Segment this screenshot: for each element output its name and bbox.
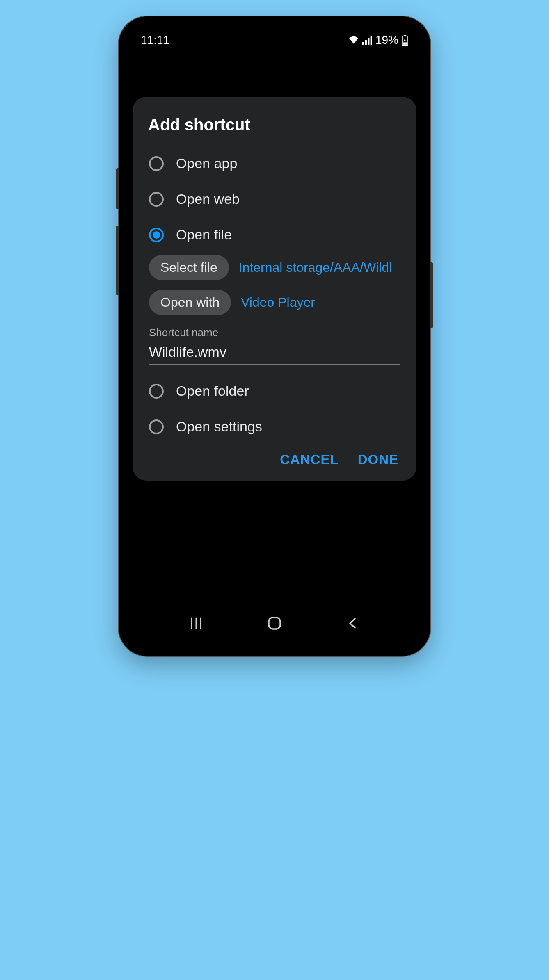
power-button bbox=[430, 262, 433, 328]
shortcut-name-input[interactable] bbox=[149, 342, 400, 365]
recents-button[interactable] bbox=[187, 614, 205, 632]
shortcut-name-label: Shortcut name bbox=[149, 326, 400, 339]
battery-icon bbox=[402, 35, 408, 46]
shortcut-name-section: Shortcut name bbox=[133, 325, 416, 373]
selected-file-path: Internal storage/AAA/Wildl bbox=[239, 260, 392, 275]
open-with-value: Video Player bbox=[241, 295, 315, 310]
status-right: 19% bbox=[348, 34, 408, 47]
radio-open-app[interactable]: Open app bbox=[149, 146, 400, 181]
wifi-icon bbox=[348, 36, 359, 45]
radio-icon bbox=[149, 192, 164, 207]
status-time: 11:11 bbox=[141, 34, 169, 47]
open-with-row: Open with Video Player bbox=[149, 290, 400, 315]
radio-group-top: Open app Open web Open file bbox=[133, 146, 416, 253]
svg-rect-6 bbox=[403, 42, 407, 44]
battery-percent: 19% bbox=[375, 34, 398, 47]
radio-icon bbox=[149, 384, 164, 399]
phone-frame: 11:11 19% bbox=[119, 16, 430, 656]
done-button[interactable]: DONE bbox=[358, 452, 398, 467]
signal-icon bbox=[362, 36, 372, 45]
add-shortcut-dialog: Add shortcut Open app Open web Open file bbox=[133, 97, 416, 481]
status-bar: 11:11 19% bbox=[124, 22, 425, 52]
select-file-row: Select file Internal storage/AAA/Wildl bbox=[149, 255, 400, 280]
radio-label: Open app bbox=[176, 155, 237, 171]
cancel-button[interactable]: CANCEL bbox=[280, 452, 339, 467]
radio-open-settings[interactable]: Open settings bbox=[149, 409, 400, 444]
home-button[interactable] bbox=[265, 614, 284, 632]
dialog-actions: CANCEL DONE bbox=[133, 444, 416, 467]
select-file-button[interactable]: Select file bbox=[149, 255, 229, 280]
screen: 11:11 19% bbox=[124, 22, 425, 650]
radio-icon bbox=[149, 419, 164, 434]
volume-up-button bbox=[116, 168, 119, 209]
radio-label: Open file bbox=[176, 227, 232, 243]
svg-rect-1 bbox=[365, 40, 366, 45]
radio-open-folder[interactable]: Open folder bbox=[149, 373, 400, 409]
svg-rect-10 bbox=[269, 618, 280, 629]
radio-open-web[interactable]: Open web bbox=[149, 181, 400, 217]
svg-rect-3 bbox=[371, 36, 372, 45]
navigation-bar bbox=[124, 599, 425, 650]
back-button[interactable] bbox=[344, 614, 362, 632]
open-with-button[interactable]: Open with bbox=[149, 290, 231, 315]
radio-icon-selected bbox=[149, 228, 164, 242]
content-area: Add shortcut Open app Open web Open file bbox=[124, 52, 425, 599]
radio-open-file[interactable]: Open file bbox=[149, 217, 400, 253]
volume-down-button bbox=[116, 226, 119, 295]
svg-rect-0 bbox=[362, 42, 364, 45]
svg-rect-2 bbox=[368, 38, 369, 45]
radio-group-bottom: Open folder Open settings bbox=[133, 373, 416, 444]
radio-label: Open settings bbox=[176, 419, 262, 435]
open-file-details: Select file Internal storage/AAA/Wildl O… bbox=[133, 253, 416, 325]
radio-label: Open web bbox=[176, 191, 240, 207]
dialog-title: Add shortcut bbox=[133, 116, 416, 146]
radio-icon bbox=[149, 156, 164, 171]
radio-label: Open folder bbox=[176, 383, 249, 399]
